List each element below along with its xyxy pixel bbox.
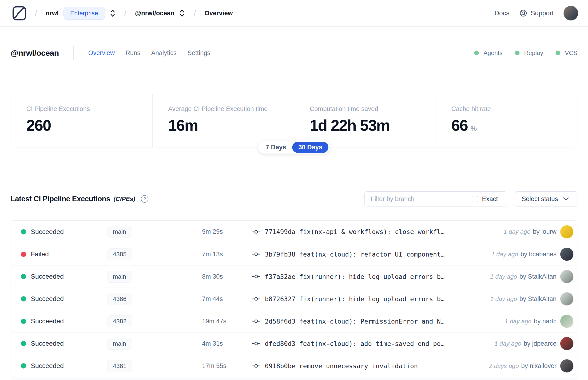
duration-label: 8m 30s	[202, 273, 250, 280]
enterprise-badge[interactable]: Enterprise	[63, 7, 105, 20]
stat-computation-time-saved: Computation time saved 1d 22h 53m	[294, 94, 436, 147]
tab-overview[interactable]: Overview	[88, 49, 115, 57]
tab-settings[interactable]: Settings	[188, 49, 210, 57]
run-status-label: Succeeded	[31, 295, 108, 303]
commit-message[interactable]: 3b79fb38 feat(nx-cloud): refactor UI com…	[265, 251, 491, 258]
breadcrumb-page: Overview	[204, 10, 233, 17]
commit-icon	[252, 319, 261, 324]
duration-label: 9m 29s	[202, 228, 250, 235]
author-label[interactable]: by StalkAltan	[519, 295, 556, 303]
cipe-row[interactable]: Succeeded 4386 7m 44s b8726327 fix(runne…	[11, 287, 577, 310]
stat-label: Cache hit rate	[451, 105, 568, 113]
cipe-row[interactable]: Succeeded main 8m 30s f37a32ae fix(runne…	[11, 265, 577, 287]
branch-chip[interactable]: main	[108, 226, 132, 238]
app-header: / nrwl Enterprise / @nrwl/ocean / Overvi…	[0, 0, 588, 27]
author-label[interactable]: by jdpearce	[524, 340, 556, 347]
cipe-row[interactable]: Failed 4385 7m 13s 3b79fb38 feat(nx-clou…	[11, 243, 577, 265]
time-ago-label: 1 day ago	[490, 273, 517, 280]
commit-message[interactable]: 771499da fix(nx-api & workflows): close …	[265, 228, 504, 235]
branch-chip[interactable]: 4381	[108, 360, 132, 372]
commit-message[interactable]: dfed80d3 feat(nx-cloud): add time-saved …	[265, 340, 494, 347]
branch-chip[interactable]: 4382	[108, 315, 132, 327]
feature-label: Agents	[484, 49, 503, 57]
branch-chip[interactable]: 4386	[108, 293, 132, 305]
run-status-dot-icon	[21, 319, 26, 324]
branch-chip[interactable]: main	[108, 271, 132, 283]
author-avatar[interactable]	[560, 359, 573, 373]
run-status-dot-icon	[21, 363, 26, 368]
branch-filter-input[interactable]	[364, 192, 463, 206]
stat-average-execution-time: Average CI Pipeline Execution time 16m	[152, 94, 294, 147]
tab-analytics[interactable]: Analytics	[151, 49, 177, 57]
nx-cloud-logo-icon[interactable]	[12, 6, 26, 21]
time-ago-label: 1 day ago	[491, 251, 518, 258]
duration-label: 17m 55s	[202, 362, 250, 370]
run-status-label: Failed	[31, 250, 108, 258]
author-label[interactable]: by StalkAltan	[519, 273, 556, 280]
feature-label: VCS	[565, 49, 577, 57]
date-range-toggle: 7 Days 30 Days	[258, 141, 330, 154]
run-status-dot-icon	[21, 296, 26, 302]
range-option-7-days[interactable]: 7 Days	[259, 144, 292, 151]
stat-suffix: %	[470, 124, 477, 133]
branch-chip[interactable]: 4385	[108, 248, 132, 260]
branch-filter-group: Exact	[364, 191, 507, 207]
tab-runs[interactable]: Runs	[126, 49, 140, 57]
section-title-suffix: (CIPEs)	[114, 195, 135, 203]
author-label[interactable]: by lourw	[533, 228, 556, 235]
duration-label: 19m 47s	[202, 318, 250, 325]
stat-cache-hit-rate: Cache hit rate 66 %	[436, 94, 577, 147]
commit-message[interactable]: 2d58f6d3 feat(nx-cloud): PermissionError…	[265, 318, 505, 325]
exact-checkbox[interactable]	[472, 196, 478, 202]
support-label: Support	[531, 9, 554, 17]
cipe-row[interactable]: Succeeded 4381 17m 55s 0918b0be remove u…	[11, 355, 577, 377]
author-label[interactable]: by nixallover	[521, 362, 556, 370]
support-link[interactable]: Support	[519, 9, 554, 17]
status-select-label: Select status	[522, 195, 558, 203]
run-status-dot-icon	[21, 252, 26, 257]
breadcrumb-org[interactable]: nrwl	[46, 10, 59, 17]
breadcrumb-workspace[interactable]: @nrwl/ocean	[135, 10, 174, 17]
commit-icon	[252, 274, 261, 279]
org-switcher-chevrons-icon[interactable]	[110, 9, 116, 18]
commit-icon	[252, 341, 261, 346]
stat-value: 16m	[168, 116, 198, 134]
commit-message[interactable]: b8726327 fix(runner): hide log upload er…	[265, 295, 490, 303]
author-avatar[interactable]	[560, 225, 573, 238]
divider	[457, 46, 457, 60]
run-status-dot-icon	[21, 274, 26, 279]
feature-vcs[interactable]: VCS	[555, 49, 577, 57]
commit-icon	[252, 252, 261, 257]
author-avatar[interactable]	[560, 270, 573, 283]
author-label[interactable]: by nartc	[534, 318, 556, 325]
user-avatar[interactable]	[564, 6, 578, 20]
stat-label: Average CI Pipeline Execution time	[168, 105, 285, 113]
commit-message[interactable]: 0918b0be remove unnecessary invalidation	[265, 362, 489, 370]
author-label[interactable]: by bcabanes	[520, 251, 556, 258]
chevron-down-icon	[563, 197, 569, 201]
author-avatar[interactable]	[560, 247, 573, 261]
run-status-label: Succeeded	[31, 362, 108, 370]
commit-message[interactable]: f37a32ae fix(runner): hide log upload er…	[265, 273, 490, 280]
feature-replay[interactable]: Replay	[515, 49, 543, 57]
next-row-partial	[11, 377, 577, 380]
cipe-row[interactable]: Succeeded main 9m 29s 771499da fix(nx-ap…	[11, 221, 577, 243]
author-avatar[interactable]	[560, 315, 573, 328]
help-icon[interactable]: ?	[141, 195, 148, 203]
cipe-row[interactable]: Succeeded 4382 19m 47s 2d58f6d3 feat(nx-…	[11, 310, 577, 332]
range-option-30-days[interactable]: 30 Days	[292, 142, 328, 153]
exact-label: Exact	[482, 195, 498, 203]
cipe-row[interactable]: Succeeded main 4m 31s dfed80d3 feat(nx-c…	[11, 332, 577, 355]
feature-agents[interactable]: Agents	[474, 49, 503, 57]
time-ago-label: 1 day ago	[490, 295, 517, 303]
branch-chip[interactable]: main	[108, 338, 132, 350]
commit-icon	[252, 296, 261, 302]
docs-link[interactable]: Docs	[494, 9, 510, 17]
author-avatar[interactable]	[560, 337, 573, 350]
run-status-dot-icon	[21, 341, 26, 346]
workspace-title: @nrwl/ocean	[11, 48, 59, 57]
workspace-switcher-chevrons-icon[interactable]	[179, 9, 185, 18]
author-avatar[interactable]	[560, 292, 573, 305]
stat-label: CI Pipeline Executions	[26, 105, 143, 113]
status-select-button[interactable]: Select status	[515, 191, 577, 207]
